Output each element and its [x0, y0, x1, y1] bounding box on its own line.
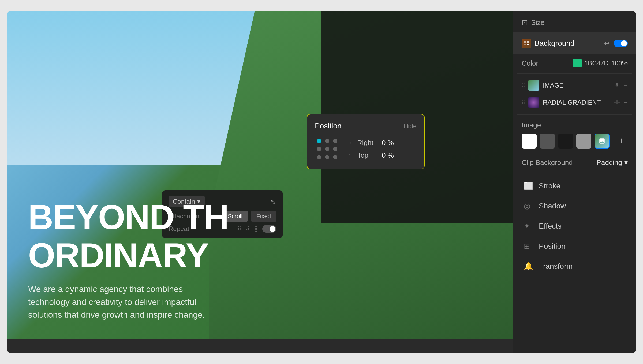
effects-icon: ✦: [524, 222, 534, 230]
background-toggle[interactable]: [614, 40, 628, 47]
shadow-label: Shadow: [539, 202, 566, 210]
color-value-display[interactable]: 1BC47D 100%: [573, 59, 628, 67]
repeat-icon-1[interactable]: ⠿: [237, 226, 241, 232]
drag-handle-gradient: ⠿: [522, 100, 525, 105]
fixed-btn[interactable]: Fixed: [251, 211, 276, 222]
clip-chevron: ▾: [624, 158, 628, 167]
divider-3: [517, 172, 632, 172]
top-field-value[interactable]: 0 %: [382, 151, 394, 160]
back-btn[interactable]: ↩: [604, 40, 610, 47]
image-section: Image +: [513, 116, 636, 154]
stroke-icon: ⬜: [524, 181, 534, 190]
svg-rect-1: [527, 41, 529, 43]
hero-title: BEYOND TH ORDINARY: [28, 198, 229, 275]
layer-item-gradient[interactable]: ⠿ RADIAL GRADIENT 👁 −: [517, 94, 632, 111]
position-label: Position: [539, 242, 566, 251]
image-presets: +: [522, 134, 628, 149]
dot-top-left[interactable]: [317, 139, 321, 143]
layer-item-image[interactable]: ⠿ IMAGE 👁 −: [517, 77, 632, 94]
hero-subtitle: We are a dynamic agency that combines te…: [28, 283, 216, 321]
expand-icon[interactable]: ⤡: [270, 198, 276, 206]
repeat-options: ⠿ ⠼ ⣿: [237, 225, 276, 233]
layer-actions-image: 👁 −: [614, 81, 628, 90]
color-swatch[interactable]: [573, 59, 582, 67]
clip-value-text: Padding: [597, 158, 622, 167]
dot-mid-left[interactable]: [317, 147, 321, 151]
app-window: Contain ▾ ⤡ Attachment Scroll Fixed Repe…: [7, 11, 636, 353]
size-icon: ⊡: [522, 18, 528, 27]
shadow-section[interactable]: ◎ Shadow: [515, 196, 634, 216]
size-section-header: ⊡ Size: [522, 18, 628, 27]
stroke-label: Stroke: [539, 182, 560, 190]
bottom-bar: [7, 339, 513, 353]
right-field-icon: ↔: [346, 139, 354, 146]
color-opacity: 100%: [611, 59, 628, 67]
dot-mid-center[interactable]: [325, 147, 329, 151]
position-popup-hide-btn[interactable]: Hide: [403, 122, 417, 130]
stroke-section[interactable]: ⬜ Stroke: [515, 176, 634, 196]
bg-panel-title: Background: [522, 39, 574, 48]
drag-handle-image: ⠿: [522, 82, 525, 88]
position-popup: Position Hide: [307, 114, 425, 169]
bg-panel-icon: [522, 39, 531, 48]
effects-label: Effects: [539, 222, 562, 230]
svg-rect-0: [524, 41, 526, 43]
repeat-toggle[interactable]: [262, 225, 276, 233]
size-section: ⊡ Size: [513, 11, 636, 33]
svg-rect-2: [524, 44, 526, 46]
top-field-icon: ↕: [346, 152, 354, 159]
position-section[interactable]: ⊞ Position: [515, 236, 634, 256]
hero-title-line2: ORDINARY: [28, 236, 229, 275]
visibility-btn-gradient[interactable]: 👁: [614, 99, 620, 106]
color-label: Color: [522, 59, 538, 67]
clip-background-row: Clip Background Padding ▾: [513, 154, 636, 171]
right-field-value[interactable]: 0 %: [382, 139, 394, 147]
sidebar-sections: ⬜ Stroke ◎ Shadow ✦ Effects ⊞ Position 🔔…: [513, 173, 636, 279]
size-label: Size: [531, 18, 545, 27]
divider-1: [517, 73, 632, 74]
layers-list: ⠿ IMAGE 👁 − ⠿ RADIAL GRADIENT 👁 −: [513, 75, 636, 113]
transform-section[interactable]: 🔔 Transform: [515, 256, 634, 276]
position-popup-header: Position Hide: [315, 122, 417, 130]
layer-thumb-gradient: [528, 97, 539, 108]
dot-bot-left[interactable]: [317, 155, 321, 159]
remove-btn-image[interactable]: −: [623, 81, 628, 90]
preset-light-gray[interactable]: [576, 134, 591, 149]
remove-btn-gradient[interactable]: −: [623, 98, 628, 107]
preset-white[interactable]: [522, 134, 537, 149]
divider-2: [517, 114, 632, 115]
preset-black[interactable]: [558, 134, 573, 149]
right-sidebar: ⊡ Size Background ↩: [513, 11, 636, 353]
color-hex: 1BC47D: [584, 59, 609, 67]
dot-bot-right[interactable]: [333, 155, 337, 159]
transform-label: Transform: [539, 262, 573, 271]
right-field-label: Right: [357, 139, 379, 147]
dot-mid-right[interactable]: [333, 147, 337, 151]
layer-actions-gradient: 👁 −: [614, 98, 628, 107]
preset-photo[interactable]: [595, 134, 610, 149]
position-fields: ↔ Right 0 % ↕ Top 0 %: [346, 139, 417, 160]
layer-thumb-image: [528, 80, 539, 91]
repeat-icon-2[interactable]: ⠼: [246, 226, 250, 232]
dot-top-center[interactable]: [325, 139, 329, 143]
dot-top-right[interactable]: [333, 139, 337, 143]
shadow-icon: ◎: [524, 202, 534, 210]
effects-section[interactable]: ✦ Effects: [515, 216, 634, 236]
preset-dark-gray[interactable]: [540, 134, 555, 149]
repeat-icon-3[interactable]: ⣿: [254, 226, 258, 232]
clip-background-value[interactable]: Padding ▾: [597, 158, 628, 167]
canvas-area: Contain ▾ ⤡ Attachment Scroll Fixed Repe…: [7, 11, 513, 353]
visibility-btn-image[interactable]: 👁: [614, 82, 620, 89]
hero-text-overlay: BEYOND TH ORDINARY We are a dynamic agen…: [28, 198, 229, 321]
dot-bot-center[interactable]: [325, 155, 329, 159]
hero-background: Contain ▾ ⤡ Attachment Scroll Fixed Repe…: [7, 11, 513, 353]
position-popup-title: Position: [315, 122, 342, 130]
top-field-row: ↕ Top 0 %: [346, 151, 417, 160]
hero-title-line1: BEYOND TH: [28, 198, 229, 236]
add-image-btn[interactable]: +: [615, 135, 628, 147]
attachment-group: Scroll Fixed: [222, 211, 276, 222]
right-field-row: ↔ Right 0 %: [346, 139, 417, 147]
bg-panel-controls: ↩: [604, 40, 628, 47]
color-row: Color 1BC47D 100%: [513, 54, 636, 72]
position-dot-grid: [315, 137, 339, 161]
